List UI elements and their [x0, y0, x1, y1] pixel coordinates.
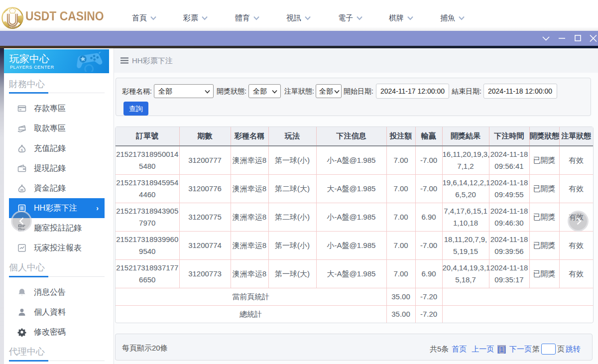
svg-text:$: $	[21, 148, 23, 152]
svg-text:CASINO: CASINO	[7, 25, 17, 28]
